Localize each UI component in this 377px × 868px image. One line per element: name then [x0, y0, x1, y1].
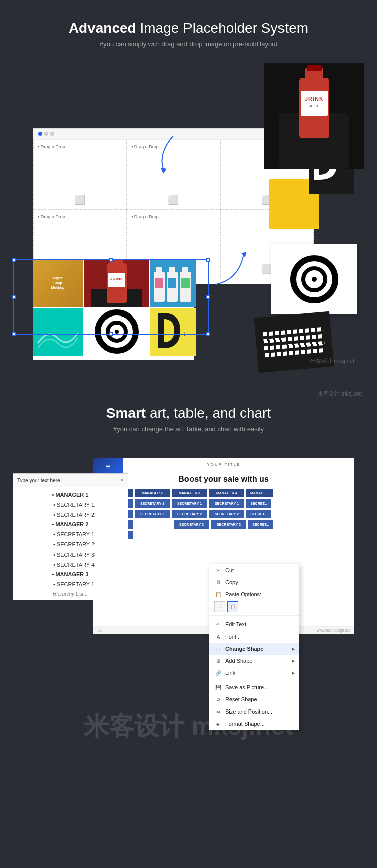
org-chart: MANAGER 1 MANAGER 2 MANAGER 3 MANAGER 4 … [93, 489, 354, 541]
hp-titlebar: Type your text here × [13, 474, 128, 487]
frame-cell-1: ▪ Drag n Drop ⬜ [33, 140, 127, 210]
hp-close-button[interactable]: × [120, 477, 124, 484]
org-sec-row-4: SECRETARY 4 [98, 531, 350, 539]
org-sec-row-3: SECRETARY 3 SECRETARY 3 SECRETARY 3 SECR… [98, 520, 350, 529]
change-shape-icon: ◻ [214, 645, 222, 653]
slide-website: www.olive-design.net [317, 628, 350, 632]
hp-footer: Hierarchy List... [13, 588, 128, 600]
bottle-mockup: JRINK JUICE [264, 63, 364, 169]
svg-rect-4 [307, 65, 322, 71]
org-sec2-2: SECRETARY 2 [135, 510, 170, 518]
hp-item-mgr3: MANAGER 3 [17, 570, 124, 580]
org-mgr-5: MANAGE... [246, 489, 273, 497]
ctx-change-shape[interactable]: ◻ Change Shape [209, 643, 299, 655]
hp-panel-title: Type your text here [17, 478, 60, 483]
arrow-2 [214, 249, 254, 291]
image-placeholder-icon-1: ⬜ [74, 194, 85, 205]
change-shape-label: Change Shape [225, 646, 263, 652]
juice-bottle-image: JRINK JUICE [264, 63, 364, 169]
hp-item-mgr2: MANAGER 2 [17, 520, 124, 530]
org-sec4-2: SECRETARY 2 [209, 510, 244, 518]
org-sec4-1: SECRETARY 1 [209, 499, 244, 508]
handle-rm[interactable] [206, 295, 210, 299]
hp-item-sec3-1: SECRETARY 1 [24, 580, 124, 588]
hp-item-sec2-4: SECRETARY 4 [24, 560, 124, 570]
mksj-watermark-frame: 米客设计 mksj.net [310, 357, 354, 365]
hp-item-sec2-3: SECRETARY 3 [24, 550, 124, 560]
handle-bm[interactable] [109, 332, 113, 336]
ctx-add-shape[interactable]: ⊞ Add Shape [209, 655, 299, 667]
ctx-edit-text[interactable]: ✏ Edit Text [209, 618, 299, 630]
org-sec3-3: SECRETARY 3 [174, 520, 209, 529]
paste-option-2[interactable]: 📋 [227, 601, 238, 612]
selection-frame [13, 259, 209, 335]
frame-dot-2 [44, 132, 48, 136]
frame-dots [38, 132, 54, 136]
org-mgr-2: MANAGER 2 [135, 489, 170, 497]
frame-dot-3 [50, 132, 54, 136]
target-card-svg [289, 254, 339, 304]
ctx-paste-label: 📋 Paste Options: [209, 588, 299, 599]
ctx-cut[interactable]: ✂ Cut [209, 564, 299, 576]
ctx-reset-shape[interactable]: ↺ Reset Shape [209, 693, 299, 705]
font-icon: A [214, 633, 222, 641]
bottle-svg: JRINK JUICE [264, 63, 364, 169]
copy-icon: ⧉ [214, 578, 222, 586]
org-manager-row: MANAGER 1 MANAGER 2 MANAGER 3 MANAGER 4 … [98, 489, 350, 497]
handle-br[interactable] [206, 332, 210, 336]
paste-icon: 📋 [214, 590, 222, 598]
paste-option-1[interactable]: 📄 [214, 601, 225, 612]
org-sec3-2: SECRETARY 2 [172, 510, 207, 518]
zigzag-pattern [263, 325, 326, 360]
ctx-format-shape[interactable]: ◈ Format Shape... [209, 718, 299, 730]
frame-dot-1 [38, 132, 42, 136]
section1-subtitle: #you can simply with drag and drop image… [10, 40, 367, 48]
size-position-icon: ⇔ [214, 707, 222, 716]
section2-subtitle: #you can change the art, table, and char… [10, 425, 367, 433]
svg-rect-5 [301, 91, 328, 116]
ctx-font[interactable]: A Font... [209, 630, 299, 643]
org-slide-header: YOUR TITLE [93, 458, 354, 471]
svg-point-39 [312, 277, 317, 282]
cell-label-1: ▪ Drag n Drop [38, 144, 65, 149]
handle-bl[interactable] [12, 332, 16, 336]
org-sec-row-1: SECRETARY 1 SECRETARY 1 SECRETARY 1 SECR… [98, 499, 350, 508]
ctx-save-picture[interactable]: 💾 Save as Picture... [209, 681, 299, 693]
scissors-icon: ✂ [214, 566, 222, 574]
hp-item-sec2-2: SECRETARY 2 [24, 540, 124, 550]
svg-text:JRINK: JRINK [305, 96, 324, 102]
ctx-size-position[interactable]: ⇔ Size and Position... [209, 705, 299, 718]
image-placeholder-icon-2: ⬜ [168, 194, 179, 205]
hp-item-sec2-1: SECRETARY 1 [24, 530, 124, 540]
hp-list: MANAGER 1 SECRETARY 1 SECRETARY 2 MANAGE… [13, 487, 128, 588]
org-sec3-1: SECRETARY 1 [172, 499, 207, 508]
org-sec4-3: SECRETARY 3 [211, 520, 246, 529]
slide-logo: ≡ [106, 462, 110, 471]
right-design-2 [256, 244, 357, 370]
ctx-copy[interactable]: ⧉ Copy [209, 576, 299, 588]
hierarchy-panel: Type your text here × MANAGER 1 SECRETAR… [13, 473, 128, 600]
link-icon: 🔗 [214, 669, 222, 677]
handle-tl[interactable] [12, 258, 16, 262]
format-shape-icon: ◈ [214, 720, 222, 728]
svg-marker-8 [161, 168, 167, 174]
bottom-watermark-cn: 米客设计 [84, 712, 184, 740]
handle-tm[interactable] [109, 258, 113, 262]
hp-item-sec1-1: SECRETARY 1 [24, 500, 124, 510]
save-picture-icon: 💾 [214, 683, 222, 691]
org-sec5-2: SECRET... [246, 510, 271, 518]
ctx-sep-2 [209, 680, 299, 680]
mksj-top-label: 米客设计 mksj.net [318, 390, 362, 398]
section1-title: Advanced Image Placeholder System [10, 20, 367, 36]
target-card [271, 244, 357, 314]
handle-tr[interactable] [206, 258, 210, 262]
arrow-svg-1 [153, 133, 183, 174]
ctx-link[interactable]: 🔗 Link [209, 667, 299, 679]
org-sec5-3: SECRET... [248, 520, 273, 529]
hp-item-sec1-2: SECRETARY 2 [24, 510, 124, 520]
handle-lm[interactable] [12, 295, 16, 299]
org-sec-row-2: SECRETARY 2 SECRETARY 2 SECRETARY 2 SECR… [98, 510, 350, 518]
ctx-sep-1 [209, 617, 299, 617]
bottom-watermark: 米客设计 mksj.net [0, 699, 377, 748]
edit-text-icon: ✏ [214, 620, 222, 628]
